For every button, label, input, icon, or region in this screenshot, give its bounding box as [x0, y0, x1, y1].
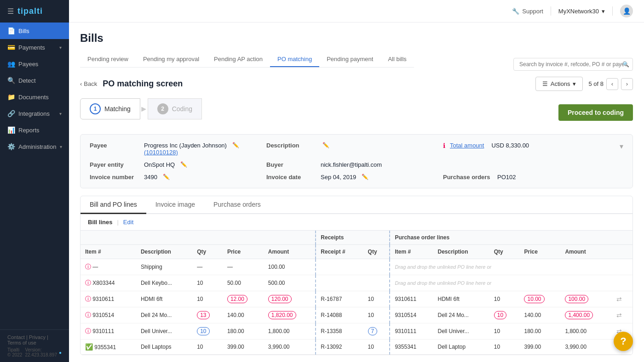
page-tabs: Pending review Pending my approval Pendi…	[80, 52, 414, 68]
sidebar-item-label: Detect	[18, 77, 62, 84]
cell-po-item: 9355341	[390, 339, 433, 355]
chevron-down-icon: ▾	[59, 111, 62, 116]
cell-po-desc: Dell 24 Mo...	[433, 307, 489, 323]
cell-po-price: 140.00	[519, 307, 560, 323]
administration-icon: ⚙️	[7, 143, 15, 150]
th-item: Item #	[80, 245, 136, 259]
swap-icon[interactable]: ⇄	[616, 295, 622, 303]
cell-po-amount: 1,400.00	[560, 307, 612, 323]
tab-all-bills[interactable]: All bills	[380, 52, 414, 67]
cell-receipt-qty	[363, 275, 390, 291]
sidebar-item-label: Administration	[18, 143, 56, 150]
sidebar-item-label: Integrations	[18, 110, 56, 117]
cell-price: 180.00	[223, 323, 264, 339]
cell-qty: 13	[192, 307, 223, 323]
th-receipt-qty: Qty	[363, 245, 390, 259]
tab-pending-payment[interactable]: Pending payment	[319, 52, 380, 67]
cell-action	[612, 275, 632, 291]
tab-bill-po-lines[interactable]: Bill and PO lines	[80, 196, 146, 214]
edit-payee-icon[interactable]: ✏️	[232, 142, 239, 148]
cell-drag-zone[interactable]: Drag and drop the unlinked PO line here …	[390, 275, 612, 291]
cell-po-item: 9310111	[390, 323, 433, 339]
cell-description: Dell Keybo...	[136, 275, 192, 291]
edit-invoice-number-icon[interactable]: ✏️	[163, 174, 170, 180]
wizard-steps: 1 Matching ► 2 Coding	[80, 98, 202, 119]
table-row: ⓘ 9310611 HDMI 6ft 10 12.00 120.00 R-167…	[80, 291, 632, 307]
swap-icon[interactable]: ⇄	[616, 311, 622, 319]
terms-link[interactable]: Terms of use	[7, 340, 36, 345]
back-label: Back	[84, 80, 97, 87]
support-label: Support	[522, 8, 543, 15]
table-row: ✅ 9355341 Dell Laptops 10 399.00 3,990.0…	[80, 339, 632, 355]
sidebar-item-label: Payments	[18, 44, 56, 51]
back-button[interactable]: ‹ Back	[80, 80, 97, 87]
edit-description-icon[interactable]: ✏️	[322, 142, 329, 148]
total-amount-label[interactable]: Total amount	[450, 142, 484, 149]
cell-receipt-num	[316, 275, 363, 291]
total-amount-field: ℹ Total amount USD 8,330.00	[443, 142, 620, 149]
sidebar-item-bills[interactable]: 📄 Bills	[0, 23, 69, 39]
collapse-icon[interactable]: ▾	[620, 142, 623, 151]
cell-description: HDMI 6ft	[136, 291, 192, 307]
cell-drag-zone[interactable]: Drag and drop the unlinked PO line here …	[390, 259, 612, 275]
tab-purchase-orders[interactable]: Purchase orders	[204, 196, 270, 214]
tab-pending-ap-action[interactable]: Pending AP action	[207, 52, 270, 67]
cell-swap[interactable]: ⇄	[612, 307, 632, 323]
cell-description: Dell Univer...	[136, 323, 192, 339]
info-icon: ℹ	[443, 142, 445, 149]
pagination-prev[interactable]: ‹	[606, 78, 618, 90]
purchase-orders-field: Purchase orders PO102	[443, 174, 620, 181]
sidebar-item-administration[interactable]: ⚙️ Administration ▾	[0, 138, 69, 155]
wizard-step-coding[interactable]: 2 Coding	[148, 98, 202, 119]
support-link[interactable]: 🔧 Support	[512, 8, 543, 15]
tab-invoice-image[interactable]: Invoice image	[146, 196, 204, 214]
tab-pending-my-approval[interactable]: Pending my approval	[136, 52, 207, 67]
sidebar-item-reports[interactable]: 📊 Reports	[0, 122, 69, 138]
cell-amount: 1,820.00	[264, 307, 316, 323]
user-avatar[interactable]: 👤	[620, 5, 633, 17]
sidebar-item-detect[interactable]: 🔍 Detect	[0, 72, 69, 89]
cell-po-desc: Dell Univer...	[433, 323, 489, 339]
cell-swap[interactable]: ⇄	[612, 291, 632, 307]
edit-payer-icon[interactable]: ✏️	[180, 161, 187, 168]
proceed-to-coding-button[interactable]: Proceed to coding	[558, 104, 633, 121]
pagination: 5 of 8 ‹ ›	[588, 78, 633, 90]
invoice-date-value: Sep 04, 2019	[321, 174, 356, 181]
edit-bill-lines-link[interactable]: Edit	[123, 219, 133, 226]
reports-icon: 📊	[7, 126, 15, 134]
tab-po-matching[interactable]: PO matching	[270, 52, 319, 67]
cell-qty: 10	[192, 323, 223, 339]
cell-item: ⓘ X803344	[80, 275, 136, 291]
th-po-price: Price	[519, 245, 560, 259]
cell-receipt-num: R-13092	[316, 339, 363, 355]
contact-link[interactable]: Contact	[7, 334, 25, 340]
sidebar-item-documents[interactable]: 📁 Documents	[0, 89, 69, 105]
search-input[interactable]	[513, 58, 633, 71]
wizard-step-matching[interactable]: 1 Matching	[80, 98, 140, 119]
action-header	[612, 231, 632, 245]
cell-receipt-qty: 10	[363, 291, 390, 307]
th-amount: Amount	[264, 245, 316, 259]
pagination-next[interactable]: ›	[621, 78, 633, 90]
actions-button[interactable]: ☰ Actions ▾	[535, 77, 583, 91]
sidebar-item-integrations[interactable]: 🔗 Integrations ▾	[0, 105, 69, 122]
hamburger-icon[interactable]: ☰	[7, 7, 14, 16]
th-price: Price	[223, 245, 264, 259]
cell-po-amount: 1,800.00	[560, 323, 612, 339]
sidebar-item-payees[interactable]: 👥 Payees	[0, 56, 69, 72]
help-button[interactable]: ?	[614, 332, 633, 351]
cell-po-desc: Dell Laptop	[433, 339, 489, 355]
table-row: ⓘ X803344 Dell Keybo... 10 50.00 500.00 …	[80, 275, 632, 291]
user-menu[interactable]: MyXNetwork30 ▾	[558, 8, 605, 15]
error-icon: ⓘ	[85, 279, 91, 286]
version-text: Version: 22.423.318.897	[25, 347, 57, 357]
invoice-date-field: Invoice date Sep 04, 2019 ✏️	[266, 174, 443, 181]
invoice-row-2: Payer entity OnSpot HQ ✏️ Buyer nick.fis…	[90, 161, 620, 168]
cell-po-item: 9310514	[390, 307, 433, 323]
step-2-label: Coding	[172, 105, 192, 113]
edit-invoice-date-icon[interactable]: ✏️	[362, 174, 368, 180]
privacy-link[interactable]: Privacy	[29, 334, 46, 340]
invoice-number-field: Invoice number 3490 ✏️	[90, 174, 266, 181]
tab-pending-review[interactable]: Pending review	[80, 52, 136, 67]
sidebar-item-payments[interactable]: 💳 Payments ▾	[0, 39, 69, 56]
